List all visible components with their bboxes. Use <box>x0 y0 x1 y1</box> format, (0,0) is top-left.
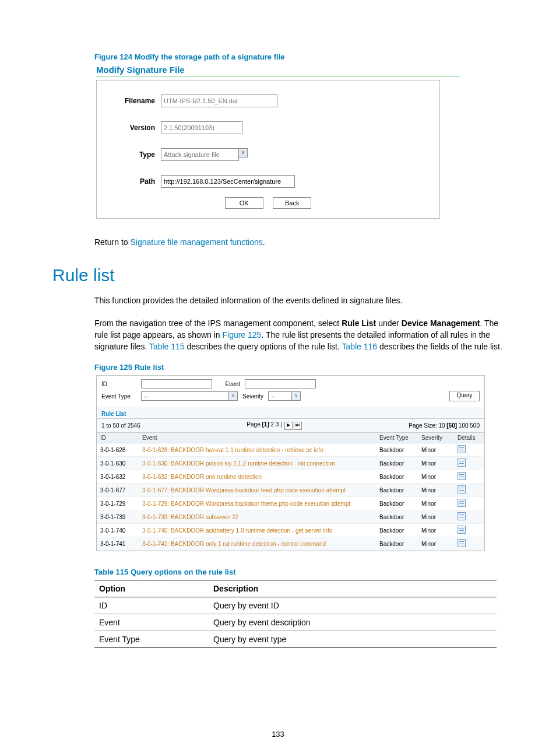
filter-event-label: Event <box>217 381 240 387</box>
details-icon[interactable] <box>458 485 466 494</box>
cell-id: 3-0-1-741 <box>97 537 139 551</box>
panel-divider <box>96 76 460 76</box>
pager-pages: Page [1] 2 3 | ▶⏭ <box>140 421 409 430</box>
p2-seg6: describes the fields of the rule list. <box>377 342 502 351</box>
pager-rest[interactable]: 2 3 | <box>269 421 284 428</box>
pager-next-icon[interactable]: ▶ <box>284 422 293 430</box>
cell-eventtype: Backdoor <box>376 497 418 510</box>
cell-event[interactable]: 3-0-1-739: BACKDOOR subseven 22 <box>139 510 376 524</box>
para-1: This function provides the detailed info… <box>94 295 502 306</box>
p2-seg5: describes the query options of the rule … <box>185 342 342 351</box>
ok-button[interactable]: OK <box>225 197 263 209</box>
col-severity[interactable]: Severity <box>418 433 454 443</box>
row-path: Path http://192.168.0.123/SecCenter/sign… <box>108 175 428 188</box>
cell-option: Event <box>94 614 209 631</box>
cell-details[interactable] <box>454 470 484 484</box>
cell-desc: Query by event description <box>209 614 497 631</box>
cell-details[interactable] <box>454 484 484 497</box>
chevron-down-icon: v <box>228 392 237 400</box>
query-button[interactable]: Query <box>449 391 480 401</box>
version-field: 2.1.50(20091103) <box>161 121 242 134</box>
filter-eventtype-select[interactable]: -- v <box>141 391 238 401</box>
return-text: Return to Signature file management func… <box>94 236 502 248</box>
table-row: Event TypeQuery by event type <box>94 631 497 648</box>
filter-severity-value: -- <box>269 393 291 400</box>
cell-eventtype: Backdoor <box>376 470 418 484</box>
cell-details[interactable] <box>454 537 484 551</box>
page-number: 133 <box>0 730 556 738</box>
filter-severity-label: Severity <box>242 393 263 400</box>
row-type: Type Attack signature file v <box>108 148 428 161</box>
signature-file-mgmt-link[interactable]: Signature file management functions <box>130 237 262 247</box>
table-row: 3-0-1-7393-0-1-739: BACKDOOR subseven 22… <box>97 510 484 524</box>
cell-details[interactable] <box>454 510 484 524</box>
cell-event[interactable]: 3-0-1-740: BACKDOOR acidbattery 1.0 runt… <box>139 524 376 537</box>
cell-severity: Minor <box>418 443 454 457</box>
filter-id-input[interactable] <box>141 379 212 388</box>
cell-details[interactable] <box>454 524 484 537</box>
col-event[interactable]: Event <box>139 433 376 443</box>
pager-last-icon[interactable]: ⏭ <box>294 422 302 430</box>
table-116-link[interactable]: Table 116 <box>342 342 377 351</box>
cell-details[interactable] <box>454 457 484 470</box>
cell-severity: Minor <box>418 497 454 510</box>
cell-option: Event Type <box>94 631 209 648</box>
cell-event[interactable]: 3-0-1-677: BACKDOOR Wordpress backdoor f… <box>139 484 376 497</box>
table-row: EventQuery by event description <box>94 614 497 631</box>
path-label: Path <box>108 177 161 186</box>
filename-field: UTM-IPS-R2.1.50_EN.dat <box>161 94 277 107</box>
cell-details[interactable] <box>454 443 484 457</box>
figure-125-link[interactable]: Figure 125 <box>222 330 261 340</box>
return-suffix: . <box>263 237 265 247</box>
table-115: Option Description IDQuery by event IDEv… <box>94 580 497 648</box>
cell-details[interactable] <box>454 497 484 510</box>
col-eventtype[interactable]: Event Type <box>376 433 418 443</box>
cell-id: 3-0-1-740 <box>97 524 139 537</box>
filename-label: Filename <box>108 97 161 105</box>
pagesize-100[interactable]: 100 <box>459 422 469 429</box>
filter-eventtype-label: Event Type <box>101 393 136 400</box>
row-filename: Filename UTM-IPS-R2.1.50_EN.dat <box>108 94 428 107</box>
details-icon[interactable] <box>458 459 466 467</box>
table-row: 3-0-1-6773-0-1-677: BACKDOOR Wordpress b… <box>97 484 484 497</box>
col-id[interactable]: ID <box>97 433 139 443</box>
filter-eventtype-value: -- <box>142 393 228 400</box>
pager-current: [1] <box>262 421 269 428</box>
table-row: 3-0-1-7403-0-1-740: BACKDOOR acidbattery… <box>97 524 484 537</box>
back-button[interactable]: Back <box>273 197 311 209</box>
rule-list-pager: 1 to 50 of 2546 Page [1] 2 3 | ▶⏭ Page S… <box>97 419 484 433</box>
details-icon[interactable] <box>458 526 466 534</box>
rule-list-title: Rule List <box>97 407 484 419</box>
cell-option: ID <box>94 597 209 614</box>
details-icon[interactable] <box>458 512 466 520</box>
cell-desc: Query by event type <box>209 631 497 648</box>
path-field[interactable]: http://192.168.0.123/SecCenter/signature <box>161 175 295 188</box>
pagesize-500[interactable]: 500 <box>469 422 480 429</box>
details-icon[interactable] <box>458 472 466 480</box>
table-115-link[interactable]: Table 115 <box>149 342 185 351</box>
cell-id: 3-0-1-630 <box>97 457 139 470</box>
chevron-down-icon[interactable]: v <box>238 148 248 158</box>
cell-event[interactable]: 3-0-1-632: BACKDOOR one runtime detectio… <box>139 470 376 484</box>
table-row: 3-0-1-7413-0-1-741: BACKDOOR only 1 rat … <box>97 537 484 551</box>
filter-event-input[interactable] <box>245 379 316 388</box>
pagesize-50: [50] <box>445 422 459 429</box>
cell-event[interactable]: 3-0-1-729: BACKDOOR Wordpress backdoor t… <box>139 497 376 510</box>
type-label: Type <box>108 150 161 159</box>
cell-eventtype: Backdoor <box>376 443 418 457</box>
cell-event[interactable]: 3-0-1-628: BACKDOOR hav-rat 1.1 runtime … <box>139 443 376 457</box>
table-115-caption: Table 115 Query options on the rule list <box>94 568 504 576</box>
details-icon[interactable] <box>458 539 466 547</box>
modify-signature-form: Filename UTM-IPS-R2.1.50_EN.dat Version … <box>96 80 440 219</box>
panel-title-modify-signature-file: Modify Signature File <box>96 65 504 75</box>
cell-event[interactable]: 3-0-1-630: BACKDOOR poison ivy 2.1.2 run… <box>139 457 376 470</box>
pagesize-10[interactable]: 10 <box>438 422 445 429</box>
details-icon[interactable] <box>458 445 466 453</box>
cell-event[interactable]: 3-0-1-741: BACKDOOR only 1 rat runtime d… <box>139 537 376 551</box>
cell-id: 3-0-1-677 <box>97 484 139 497</box>
details-icon[interactable] <box>458 499 466 507</box>
filter-severity-select[interactable]: -- v <box>268 391 301 401</box>
version-label: Version <box>108 124 161 132</box>
cell-id: 3-0-1-729 <box>97 497 139 510</box>
cell-severity: Minor <box>418 524 454 537</box>
